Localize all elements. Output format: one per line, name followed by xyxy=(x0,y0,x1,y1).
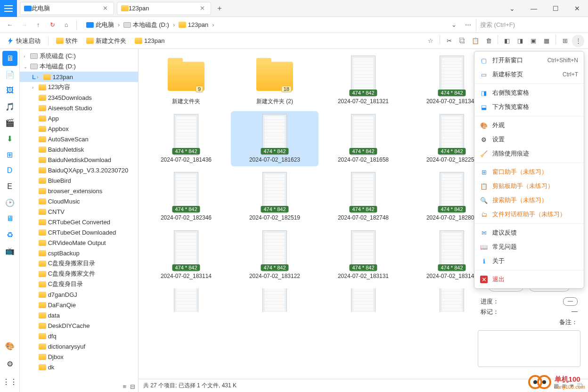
document-icon[interactable]: 📄 xyxy=(2,67,17,82)
minimize-button[interactable]: — xyxy=(523,0,545,17)
more-button[interactable]: ⋮ xyxy=(572,35,584,47)
tree-item[interactable]: d7ganDGJ xyxy=(20,289,138,300)
grid-button[interactable]: ▦ xyxy=(540,35,553,47)
tree-item[interactable]: App xyxy=(20,113,138,123)
image-item[interactable]: 474 * 8422024-07-02_183131 xyxy=(319,228,407,283)
menu-window-helper[interactable]: ⊞窗口助手（未练习） xyxy=(474,165,584,179)
menu-clear-trace[interactable]: 🧹清除使用痕迹 xyxy=(474,147,584,161)
tree-item[interactable]: BaiduQXApp_V3.3.20230720 xyxy=(20,165,138,175)
image-item[interactable]: 474 * 8422024-07-02_181321 xyxy=(319,53,407,108)
note-textarea[interactable] xyxy=(478,330,580,367)
folder-item[interactable]: 18新建文件夹 (2) xyxy=(231,53,318,108)
menu-exit[interactable]: ✕退出 xyxy=(474,272,584,286)
image-item[interactable]: 474 * 8422024-07-02_181623 xyxy=(231,111,318,167)
terminal-button[interactable]: ▣ xyxy=(527,35,539,47)
image-item[interactable]: 474 * 8422024-07-02_181436 xyxy=(142,111,230,167)
color-wheel-icon[interactable]: 🎨 xyxy=(2,338,17,353)
tree-expand-button[interactable]: ⊟ xyxy=(130,383,135,390)
quick-item[interactable]: 软件 xyxy=(53,35,81,47)
settings-icon[interactable]: ⚙ xyxy=(2,356,17,371)
menu-preview-bottom[interactable]: ⬓下方预览窗格 xyxy=(474,100,584,114)
apps-grid-icon[interactable]: ⊞ xyxy=(2,147,17,162)
image-item[interactable] xyxy=(142,286,230,315)
tree-item[interactable]: C盘瘦身搬家目录 xyxy=(20,258,138,269)
paste-button[interactable]: 📋 xyxy=(469,35,482,47)
tree-item[interactable]: DaFanQie xyxy=(20,300,138,310)
menu-new-tab[interactable]: ▭新建标签页Ctrl+T xyxy=(474,67,584,82)
tab-this-pc[interactable]: 此电脑 ✕ xyxy=(20,2,114,15)
folder-item[interactable]: 9新建文件夹 xyxy=(142,53,230,108)
history-dropdown[interactable]: ⌄ xyxy=(448,19,460,31)
panel-right-button[interactable]: ◨ xyxy=(514,35,526,47)
menu-search-helper[interactable]: 🔍搜索助手（未练习） xyxy=(474,193,584,207)
close-icon[interactable]: ✕ xyxy=(101,5,110,12)
new-tab-button[interactable]: + xyxy=(214,4,225,13)
tree-item[interactable]: Aiseesoft Studio xyxy=(20,103,138,113)
menu-clipboard-helper[interactable]: 📋剪贴板助手（未练习） xyxy=(474,179,584,193)
tree-item[interactable]: CNTV xyxy=(20,206,138,217)
maximize-button[interactable]: ☐ xyxy=(545,0,566,17)
image-item[interactable]: 474 * 8422024-07-02_183122 xyxy=(231,228,318,283)
breadcrumb-folder[interactable]: 123pan xyxy=(177,20,210,30)
home-button[interactable]: ⌂ xyxy=(60,19,73,31)
quick-launch[interactable]: 快速启动 xyxy=(4,35,43,47)
quick-item[interactable]: 123pan xyxy=(132,35,167,47)
menu-new-window[interactable]: ▢打开新窗口Ctrl+Shift+N xyxy=(474,53,584,67)
image-item[interactable]: 474 * 8422024-07-02_183114 xyxy=(142,228,230,283)
tree-item[interactable]: L› 123pan xyxy=(20,72,138,82)
menu-faq[interactable]: 📖常见问题 xyxy=(474,240,584,254)
tree-item[interactable]: CRTubeGet Converted xyxy=(20,217,138,227)
tree-item[interactable]: BaiduNetdiskDownload xyxy=(20,155,138,165)
video-icon[interactable]: 🎬 xyxy=(2,115,17,130)
copy-button[interactable]: ⿻ xyxy=(456,35,468,47)
refresh-button[interactable]: ↻ xyxy=(46,19,58,31)
dropdown-icon[interactable]: ⌄ xyxy=(501,0,523,17)
tree-item[interactable]: data xyxy=(20,310,138,320)
tree-item[interactable]: C盘瘦身目录 xyxy=(20,279,138,289)
breadcrumb-pc[interactable]: 此电脑 xyxy=(84,19,116,31)
image-item[interactable]: 474 * 8422024-07-02_182346 xyxy=(142,169,230,225)
tree-item[interactable]: dk xyxy=(20,362,138,372)
menu-about[interactable]: ℹ关于 xyxy=(474,254,584,268)
menu-appearance[interactable]: 🎨外观 xyxy=(474,118,584,132)
tree-item[interactable]: browser_extensions xyxy=(20,186,138,196)
menu-preview-right[interactable]: ◨右侧预览窗格 xyxy=(474,86,584,100)
menu-settings[interactable]: ⚙设置 xyxy=(474,132,584,147)
tree-item[interactable]: dfq xyxy=(20,331,138,341)
tab-123pan[interactable]: 123pan ✕ xyxy=(117,2,211,15)
close-icon[interactable]: ✕ xyxy=(198,5,207,12)
star-button[interactable]: ☆ xyxy=(425,35,437,47)
quick-item[interactable]: 新建文件夹 xyxy=(83,35,129,47)
panel-left-button[interactable]: ◧ xyxy=(501,35,513,47)
menu-dialog-helper[interactable]: 🗂文件对话框助手（未练习） xyxy=(474,207,584,221)
tree-item[interactable]: csptBackup xyxy=(20,248,138,258)
tree-item-d-drive[interactable]: ⌄ 本地磁盘 (D:) xyxy=(20,61,138,72)
monitor-icon[interactable]: 🖥 xyxy=(2,211,17,226)
downloads-icon[interactable]: ⬇ xyxy=(2,131,17,146)
tree-item[interactable]: C盘瘦身搬家文件 xyxy=(20,269,138,279)
image-item[interactable]: 474 * 8422024-07-02_182748 xyxy=(319,169,407,225)
search-input[interactable]: 搜索 (Ctrl+F) xyxy=(476,19,584,31)
tree-item[interactable]: Appbox xyxy=(20,123,138,134)
tree-item[interactable]: BaiduNetdisk xyxy=(20,144,138,155)
image-icon[interactable]: 🖼 xyxy=(2,83,17,98)
tree-collapse-button[interactable]: ≡ xyxy=(122,383,126,390)
tree-item[interactable]: BlueBird xyxy=(20,175,138,186)
more-icon[interactable]: ⋮⋮ xyxy=(2,374,17,389)
tree-item[interactable]: dictionarysyuf xyxy=(20,341,138,351)
tree-item[interactable]: CloudMusic xyxy=(20,196,138,206)
tree-item[interactable]: 2345Downloads xyxy=(20,92,138,103)
up-button[interactable]: ↑ xyxy=(32,19,44,31)
recycle-icon[interactable]: ♻ xyxy=(2,227,17,242)
tree-item[interactable]: › 123内容 xyxy=(20,82,138,92)
apps-button[interactable]: ⊞ xyxy=(559,35,571,47)
forward-button[interactable]: → xyxy=(18,19,30,31)
tree-item[interactable]: Djbox xyxy=(20,351,138,362)
tv-icon[interactable]: 📺 xyxy=(2,243,17,258)
tree-item[interactable]: DeskDIYCache xyxy=(20,320,138,331)
drive-e-icon[interactable]: E xyxy=(2,179,17,194)
tree-item[interactable]: AutoSaveScan xyxy=(20,134,138,144)
breadcrumb-disk[interactable]: 本地磁盘 (D:) xyxy=(122,19,171,31)
image-item[interactable]: 474 * 8422024-07-02_182519 xyxy=(231,169,318,225)
more-nav-button[interactable]: ⋯ xyxy=(462,19,474,31)
